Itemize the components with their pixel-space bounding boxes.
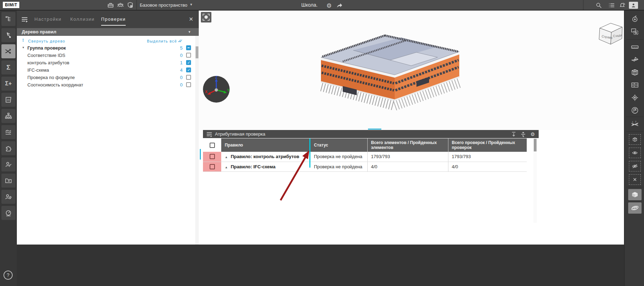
tree-row[interactable]: Соответствие IDS 0	[17, 52, 195, 59]
project-title: Школа.	[301, 2, 317, 8]
isolate-object-icon[interactable]	[629, 134, 641, 145]
close-icon[interactable]: ×	[189, 15, 193, 23]
floor-plan-icon[interactable]	[628, 79, 642, 91]
notifications-icon[interactable]	[618, 1, 626, 9]
svg-text:2D: 2D	[7, 98, 10, 102]
sigma-plus-icon[interactable]: Σ+	[1, 77, 15, 91]
select-all-link[interactable]: Выделить всё	[147, 39, 177, 43]
row-select-cell[interactable]	[203, 152, 221, 162]
checkbox[interactable]	[186, 67, 191, 72]
user-pin-icon[interactable]	[1, 190, 15, 204]
table-row[interactable]: ▲Правило: контроль атрибутов Проверка не…	[203, 152, 527, 162]
help-icon[interactable]: ?	[4, 271, 13, 280]
tab-settings[interactable]: Настройки	[34, 17, 61, 22]
panel-menu-icon[interactable]	[22, 17, 27, 21]
user-check-icon[interactable]	[1, 157, 15, 171]
chevron-down-icon[interactable]: ▼	[190, 3, 193, 6]
checkbox[interactable]	[186, 53, 191, 58]
collapse-row-icon[interactable]: ▲	[225, 165, 228, 169]
scrollbar[interactable]	[533, 138, 537, 223]
tree-row[interactable]: Соотносимость координат 0	[17, 81, 195, 89]
checkbox[interactable]	[186, 60, 191, 65]
gauge-icon[interactable]	[1, 206, 15, 220]
caret-down-icon[interactable]: ▾	[22, 46, 24, 49]
gear-icon[interactable]: ⚙	[529, 131, 537, 137]
search-icon[interactable]	[594, 1, 603, 9]
ruler-icon[interactable]	[628, 41, 642, 53]
select-all-check-icon[interactable]: ✓✓	[178, 38, 186, 44]
split-rows-icon[interactable]	[519, 131, 527, 137]
checkbox[interactable]	[186, 75, 191, 80]
team-icon[interactable]	[116, 1, 125, 9]
hide-object-icon[interactable]	[629, 161, 641, 171]
checkbox[interactable]	[210, 164, 215, 169]
plugin-icon[interactable]	[1, 141, 15, 155]
left-toolbar: Σ Σ+ 2D ?	[0, 11, 17, 286]
show-object-icon[interactable]	[629, 148, 641, 158]
folder-share-icon[interactable]	[1, 174, 15, 188]
shield-user-icon[interactable]	[126, 1, 134, 9]
checks-shuffle-icon[interactable]	[1, 44, 15, 58]
col-elements[interactable]: Всего элементов / Пройденных элементов	[367, 138, 448, 152]
view-2d-icon[interactable]: 2D	[1, 93, 15, 107]
scrollbar-thumb[interactable]	[196, 46, 198, 58]
section-box-icon[interactable]	[628, 67, 642, 78]
panel-resize-indicator[interactable]	[368, 129, 381, 130]
settings-gear-icon[interactable]: ⚙	[325, 2, 333, 9]
orbit-walk-icon[interactable]	[628, 13, 642, 25]
table-row[interactable]: ▲Правило: IFC-схема Проверка не пройдена…	[203, 162, 527, 171]
share-icon[interactable]	[335, 1, 344, 9]
checkbox[interactable]	[210, 143, 215, 148]
status-cell: Проверка не пройдена	[310, 162, 367, 171]
orbit-cube-icon[interactable]	[628, 202, 642, 214]
collapse-row-icon[interactable]: ▲	[225, 155, 228, 159]
row-select-cell[interactable]	[203, 162, 221, 171]
col-status[interactable]: Статус	[310, 138, 367, 152]
tree-row[interactable]: IFC-схема 4	[17, 66, 195, 74]
rule-tree-header[interactable]: Дерево правил ▼	[17, 28, 199, 36]
collapse-tree-link[interactable]: Свернуть дерево	[28, 39, 65, 43]
tree-row[interactable]: Проверка по формуле 0	[17, 74, 195, 81]
account-icon[interactable]	[629, 2, 638, 9]
flag-icon[interactable]	[628, 105, 642, 116]
sigma-icon[interactable]: Σ	[1, 60, 15, 74]
checkbox[interactable]	[186, 45, 191, 50]
fit-height-icon[interactable]	[510, 131, 518, 137]
scrollbar-thumb[interactable]	[534, 139, 537, 151]
structure-icon[interactable]	[1, 109, 15, 123]
checkbox[interactable]	[186, 82, 191, 87]
section-plane-icon[interactable]	[628, 54, 642, 65]
checkbox[interactable]	[210, 154, 215, 159]
tree-row-group[interactable]: ▾ Группа проверок 5	[17, 44, 195, 52]
col-checks[interactable]: Всего проверок / Пройденных проверок	[448, 138, 527, 152]
right-toolbar: 12	[624, 11, 644, 286]
col-rule[interactable]: Правило	[221, 138, 310, 152]
scrollbar[interactable]	[195, 36, 199, 245]
column-resize-divider[interactable]	[309, 138, 310, 168]
svg-text:Y: Y	[227, 89, 230, 92]
view-cube[interactable]: Справа Сзади	[597, 21, 624, 46]
compare-views-icon[interactable]: 12	[628, 119, 642, 130]
select-all-cell[interactable]	[203, 138, 221, 152]
model-tree-icon[interactable]	[1, 12, 15, 26]
briefcase-icon[interactable]	[106, 1, 115, 9]
axis-gizmo[interactable]: Z Y X	[202, 75, 230, 103]
frame-select-icon[interactable]	[628, 26, 642, 37]
tab-checks[interactable]: Проверки	[101, 17, 126, 26]
focus-target-icon[interactable]	[628, 92, 642, 103]
tree-row[interactable]: контроль атрибутов 1	[17, 59, 195, 66]
collapse-tree-icon[interactable]: ▴▾	[22, 38, 24, 42]
status-cell: Проверка не пройдена	[310, 152, 367, 162]
space-selector[interactable]: Базовое пространство	[140, 2, 188, 8]
tab-collisions[interactable]: Коллизии	[70, 17, 94, 22]
graphs-icon[interactable]	[1, 125, 15, 139]
select-cursor-icon[interactable]	[1, 28, 15, 42]
divider	[583, 0, 584, 10]
shaded-cube-icon[interactable]	[628, 189, 642, 200]
svg-text:Z: Z	[215, 76, 217, 79]
focus-model-icon[interactable]	[201, 12, 211, 22]
school-building-model[interactable]	[301, 30, 469, 132]
panel-menu-icon[interactable]	[207, 132, 212, 136]
menu-list-icon[interactable]	[607, 1, 616, 9]
clear-selection-icon[interactable]	[629, 174, 641, 185]
